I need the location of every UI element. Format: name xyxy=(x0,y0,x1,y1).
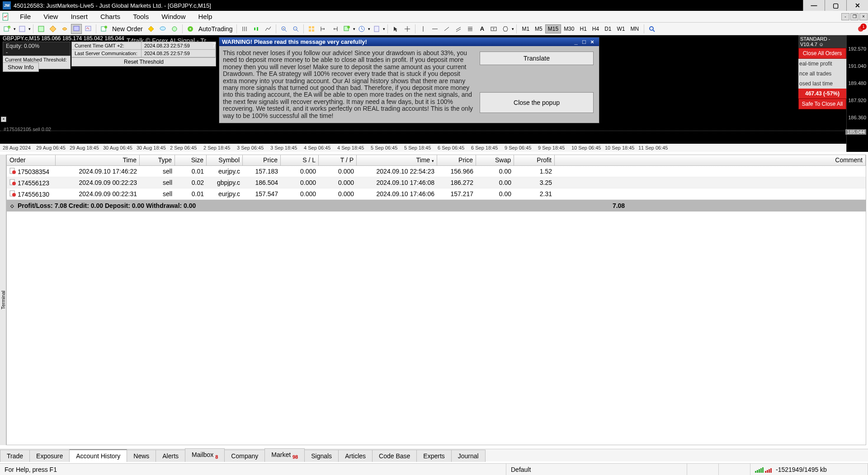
timeframe-m5[interactable]: M5 xyxy=(532,24,545,33)
close-all-orders-button[interactable]: Close All Orders xyxy=(798,48,846,59)
timeframe-w1[interactable]: W1 xyxy=(614,24,628,33)
autoscroll-icon[interactable] xyxy=(318,24,329,34)
col-symbol[interactable]: Symbol xyxy=(207,155,243,165)
tile-windows-icon[interactable] xyxy=(306,24,317,34)
tab-journal[interactable]: Journal xyxy=(451,450,486,462)
col-size[interactable]: Size xyxy=(175,155,207,165)
tab-exposure[interactable]: Exposure xyxy=(29,450,70,462)
menu-insert[interactable]: Insert xyxy=(64,13,94,20)
tab-articles[interactable]: Articles xyxy=(338,450,373,462)
table-row[interactable]: 1750383542024.09.10 17:46:22sell0.01eurj… xyxy=(7,166,866,177)
tab-experts[interactable]: Experts xyxy=(416,450,451,462)
col-tp[interactable]: T / P xyxy=(319,155,357,165)
text-label-icon[interactable]: T xyxy=(488,24,499,34)
show-info-button[interactable]: Show Info xyxy=(3,62,39,72)
col-comment[interactable]: Comment xyxy=(555,155,866,165)
col-time2[interactable]: Time ▾ xyxy=(357,155,437,165)
timeframe-m1[interactable]: M1 xyxy=(519,24,532,33)
safe-to-close-button[interactable]: Safe To Close All xyxy=(798,99,846,109)
vline-icon[interactable] xyxy=(418,24,429,34)
minimize-button[interactable]: — xyxy=(803,0,825,11)
tab-trade[interactable]: Trade xyxy=(0,450,30,462)
col-type[interactable]: Type xyxy=(140,155,175,165)
data-window-icon[interactable] xyxy=(59,24,70,34)
metaquotes-icon[interactable] xyxy=(146,24,156,34)
timeframe-d1[interactable]: D1 xyxy=(602,24,614,33)
table-row[interactable]: 1745561232024.09.09 00:22:23sell0.02gbpj… xyxy=(7,177,866,188)
trendline-icon[interactable] xyxy=(441,24,452,34)
cursor-icon[interactable] xyxy=(390,24,401,34)
indicators-icon[interactable] xyxy=(341,24,352,34)
popup-maximize-icon[interactable]: □ xyxy=(580,38,588,45)
autotrading-icon[interactable] xyxy=(185,24,196,34)
warning-titlebar[interactable]: WARNING! Please read this message very c… xyxy=(219,38,599,46)
close-popup-button[interactable]: Close the popup xyxy=(480,92,594,113)
popup-close-icon[interactable]: × xyxy=(588,38,596,45)
collapse-icon[interactable]: ◇ xyxy=(10,203,14,208)
tab-market[interactable]: Market 98 xyxy=(264,448,305,462)
candlestick-icon[interactable] xyxy=(251,24,262,34)
tab-news[interactable]: News xyxy=(127,450,156,462)
hline-icon[interactable] xyxy=(429,24,440,34)
timeframe-h4[interactable]: H4 xyxy=(590,24,602,33)
text-icon[interactable]: A xyxy=(476,24,487,34)
timeframe-m15[interactable]: M15 xyxy=(545,24,561,33)
translate-button[interactable]: Translate xyxy=(480,52,594,65)
timeframe-h1[interactable]: H1 xyxy=(577,24,589,33)
crosshair-icon[interactable] xyxy=(402,24,413,34)
col-sl[interactable]: S / L xyxy=(281,155,319,165)
tab-mailbox[interactable]: Mailbox 8 xyxy=(185,448,225,462)
popup-minimize-icon[interactable]: _ xyxy=(572,38,580,45)
col-profit[interactable]: Profit xyxy=(514,155,555,165)
objects-icon[interactable] xyxy=(500,24,511,34)
menu-charts[interactable]: Charts xyxy=(94,13,127,20)
col-price[interactable]: Price xyxy=(243,155,281,165)
menu-tools[interactable]: Tools xyxy=(127,13,155,20)
search-icon[interactable] xyxy=(646,24,657,34)
close-button[interactable]: ✕ xyxy=(846,0,868,11)
strategy-tester-icon[interactable] xyxy=(83,24,94,34)
col-order[interactable]: Order xyxy=(7,155,56,165)
channel-icon[interactable] xyxy=(453,24,464,34)
zoom-in-icon[interactable]: + xyxy=(278,24,289,34)
tab-account-history[interactable]: Account History xyxy=(69,449,127,462)
tab-signals[interactable]: Signals xyxy=(304,450,339,462)
panel-close-icon[interactable]: × xyxy=(1,117,6,122)
menu-window[interactable]: Window xyxy=(155,13,192,20)
signals-icon[interactable] xyxy=(169,24,180,34)
fibo-icon[interactable] xyxy=(465,24,476,34)
timeframe-m30[interactable]: M30 xyxy=(561,24,577,33)
terminal-icon[interactable] xyxy=(71,24,82,34)
mdi-restore[interactable]: ❐ xyxy=(850,13,859,20)
table-row[interactable]: 1745561302024.09.09 00:22:31sell0.01eurj… xyxy=(7,188,866,200)
new-order-button[interactable]: New Order xyxy=(110,25,145,33)
menu-file[interactable]: File xyxy=(14,13,37,20)
zoom-out-icon[interactable]: - xyxy=(290,24,301,34)
bar-chart-icon[interactable] xyxy=(239,24,250,34)
menu-view[interactable]: View xyxy=(37,13,64,20)
market-watch-icon[interactable] xyxy=(36,24,47,34)
chart-shift-icon[interactable] xyxy=(330,24,340,34)
maximize-button[interactable]: ▢ xyxy=(825,0,846,11)
new-chart-icon[interactable]: + xyxy=(2,24,13,34)
col-price2[interactable]: Price xyxy=(437,155,476,165)
periodicity-icon[interactable] xyxy=(356,24,367,34)
timeframe-mn[interactable]: MN xyxy=(628,24,642,33)
navigator-icon[interactable] xyxy=(47,24,58,34)
line-chart-icon[interactable] xyxy=(263,24,274,34)
tab-code-base[interactable]: Code Base xyxy=(372,450,417,462)
col-time[interactable]: Time xyxy=(56,155,140,165)
menu-help[interactable]: Help xyxy=(192,13,219,20)
notification-icon[interactable] xyxy=(855,24,866,34)
new-order-plus-icon[interactable] xyxy=(99,24,109,34)
mdi-minimize[interactable]: - xyxy=(841,13,849,20)
reset-threshold-button[interactable]: Reset Threshold xyxy=(72,57,216,66)
mdi-close[interactable]: × xyxy=(859,13,868,20)
templates-icon[interactable] xyxy=(371,24,382,34)
autotrading-button[interactable]: AutoTrading xyxy=(197,25,235,33)
col-swap[interactable]: Swap xyxy=(476,155,514,165)
tab-company[interactable]: Company xyxy=(224,450,265,462)
terminal-vertical-tab[interactable]: Terminal xyxy=(0,155,6,445)
tab-alerts[interactable]: Alerts xyxy=(156,450,185,462)
chat-icon[interactable] xyxy=(157,24,168,34)
